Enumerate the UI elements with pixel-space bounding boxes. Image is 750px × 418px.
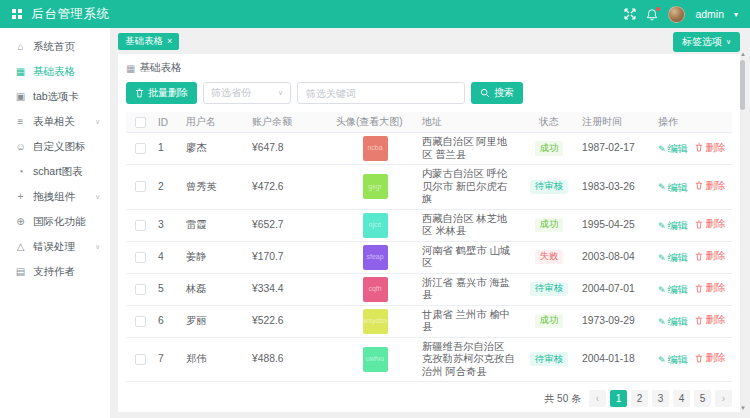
avatar-swatch[interactable]: sfeap [363, 245, 388, 270]
row-checkbox[interactable] [135, 181, 146, 192]
tab-basic-table[interactable]: 基础表格 × [118, 33, 179, 50]
batch-delete-label: 批量删除 [148, 86, 188, 100]
province-select[interactable]: 筛选省份 ∨ [203, 82, 291, 104]
edit-button[interactable]: ✎ 编辑 [658, 252, 688, 264]
header-left: 后台管理系统 [12, 6, 110, 23]
sidebar-item-6[interactable]: + 拖拽组件 ∨ [0, 184, 110, 209]
select-all-checkbox[interactable] [135, 117, 146, 128]
search-button[interactable]: 搜索 [471, 82, 523, 104]
sidebar-item-9[interactable]: ▤ 支持作者 ∨ [0, 259, 110, 284]
cell-balance: ¥522.6 [252, 315, 284, 326]
column-header-address: 地址 [422, 116, 442, 127]
table-row: 3 雷霞 ¥652.7 njcd 西藏自治区 林芝地区 米林县 成功 1995-… [126, 209, 732, 241]
cell-id: 3 [158, 219, 164, 230]
trash-icon [695, 252, 703, 261]
fullscreen-icon[interactable] [624, 8, 636, 20]
edit-icon: ✎ [658, 182, 666, 193]
page-list: 12345 [610, 390, 711, 407]
tag-options-button[interactable]: 标签选项 ∨ [673, 32, 740, 52]
sidebar-item-label: 基础表格 [33, 65, 95, 79]
trash-icon [695, 181, 703, 190]
cell-id: 4 [158, 251, 164, 262]
table-row: 6 罗丽 ¥522.6 wsydsn 甘肃省 兰州市 榆中县 成功 1973-0… [126, 305, 732, 337]
column-header-username: 用户名 [186, 116, 216, 127]
avatar-swatch[interactable]: wsydsn [363, 309, 388, 334]
avatar-swatch[interactable]: cqfh [363, 277, 388, 302]
table-row: 4 姜静 ¥170.7 sfeap 河南省 鹤壁市 山城区 失败 2003-08… [126, 241, 732, 273]
sidebar-item-8[interactable]: △ 错误处理 ∨ [0, 234, 110, 259]
edit-button[interactable]: ✎ 编辑 [658, 284, 688, 296]
edit-label: 编辑 [668, 354, 688, 366]
row-checkbox[interactable] [135, 284, 146, 295]
scroll-up-icon[interactable]: ▲ [740, 51, 746, 57]
cell-balance: ¥170.7 [252, 251, 284, 262]
chart-icon: ◔ [13, 166, 28, 177]
sidebar-item-3[interactable]: ≡ 表单相关 ∨ [0, 109, 110, 134]
form-icon: ≡ [13, 116, 28, 127]
sidebar-item-0[interactable]: ⌂ 系统首页 ∨ [0, 34, 110, 59]
page-button-3[interactable]: 3 [652, 390, 669, 407]
chevron-down-icon: ∨ [95, 243, 100, 251]
row-checkbox[interactable] [135, 220, 146, 231]
cell-address: 西藏自治区 阿里地区 普兰县 [422, 136, 516, 161]
sidebar-item-7[interactable]: ⊕ 国际化功能 ∨ [0, 209, 110, 234]
cell-username: 雷霞 [186, 219, 207, 230]
sidebar-item-label: 自定义图标 [33, 140, 95, 154]
scrollbar-thumb[interactable] [740, 60, 745, 110]
cell-id: 7 [158, 353, 164, 364]
delete-button[interactable]: 删除 [695, 282, 725, 294]
delete-button[interactable]: 删除 [695, 218, 725, 230]
page-button-5[interactable]: 5 [694, 390, 711, 407]
avatar-swatch[interactable]: uwfvu [363, 347, 388, 372]
sidebar-item-5[interactable]: ◔ schart图表 ∨ [0, 159, 110, 184]
avatar-swatch[interactable]: njcd [363, 213, 388, 238]
sidebar-item-label: 表单相关 [33, 115, 95, 129]
user-avatar[interactable] [668, 6, 685, 23]
trash-icon [135, 88, 144, 98]
delete-button[interactable]: 删除 [695, 352, 725, 364]
cell-date: 2004-01-18 [582, 353, 635, 364]
sidebar-item-4[interactable]: ☺ 自定义图标 ∨ [0, 134, 110, 159]
batch-delete-button[interactable]: 批量删除 [126, 82, 197, 104]
delete-label: 删除 [705, 180, 725, 192]
delete-button[interactable]: 删除 [695, 142, 725, 154]
edit-button[interactable]: ✎ 编辑 [658, 354, 688, 366]
edit-button[interactable]: ✎ 编辑 [658, 220, 688, 232]
edit-label: 编辑 [668, 143, 688, 155]
keyword-input[interactable] [297, 82, 465, 104]
page-button-1[interactable]: 1 [610, 390, 627, 407]
sidebar-item-2[interactable]: ▣ tab选项卡 ∨ [0, 84, 110, 109]
prev-page-button[interactable]: ‹ [589, 390, 606, 407]
scroll-down-icon[interactable]: ▼ [740, 405, 746, 411]
row-checkbox[interactable] [135, 354, 146, 365]
next-page-button[interactable]: › [715, 390, 732, 407]
avatar-swatch[interactable]: gxgr [363, 174, 388, 199]
edit-button[interactable]: ✎ 编辑 [658, 143, 688, 155]
page-button-2[interactable]: 2 [631, 390, 648, 407]
page-button-4[interactable]: 4 [673, 390, 690, 407]
edit-button[interactable]: ✎ 编辑 [658, 182, 688, 194]
row-checkbox[interactable] [135, 143, 146, 154]
edit-button[interactable]: ✎ 编辑 [658, 316, 688, 328]
search-icon [480, 88, 490, 98]
edit-label: 编辑 [668, 284, 688, 296]
close-icon[interactable]: × [167, 37, 172, 46]
delete-button[interactable]: 删除 [695, 180, 725, 192]
trash-icon [695, 284, 703, 293]
sidebar-item-1[interactable]: ▦ 基础表格 ∨ [0, 59, 110, 84]
sidebar: ⌂ 系统首页 ∨ ▦ 基础表格 ∨ ▣ tab选项卡 ∨ ≡ 表单相关 ∨ ☺ … [0, 28, 110, 418]
table-container: ID 用户名 账户余额 头像(查看大图) 地址 状态 注册时间 操作 [126, 112, 732, 385]
row-checkbox[interactable] [135, 252, 146, 263]
row-checkbox[interactable] [135, 316, 146, 327]
delete-button[interactable]: 删除 [695, 314, 725, 326]
cell-id: 1 [158, 142, 164, 153]
notification-bell-icon[interactable] [646, 8, 658, 21]
delete-button[interactable]: 删除 [695, 250, 725, 262]
avatar-text: gxgr [368, 183, 382, 191]
cell-address: 浙江省 嘉兴市 海盐县 [422, 277, 516, 302]
avatar-swatch[interactable]: ncba [363, 136, 388, 161]
cell-id: 5 [158, 283, 164, 294]
content-area: 基础表格 × 标签选项 ∨ ▦ 基础表格 批量删除 [110, 28, 750, 418]
menu-grid-icon[interactable] [12, 9, 22, 19]
username[interactable]: admin [695, 8, 724, 20]
